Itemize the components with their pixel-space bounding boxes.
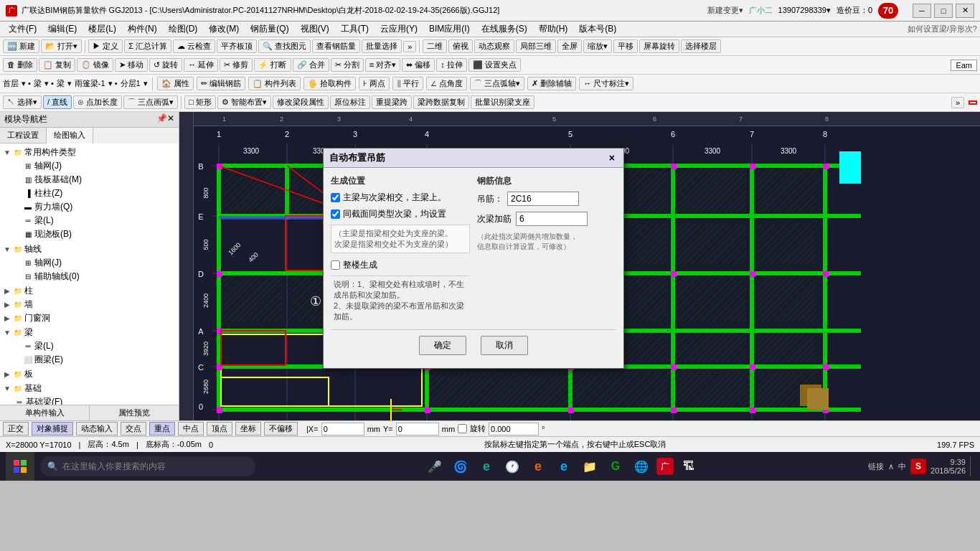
tree-row-axis[interactable]: ▼ 📁 轴线: [1, 242, 177, 256]
menu-bim[interactable]: BIM应用(I): [423, 22, 476, 37]
input-x[interactable]: [321, 423, 364, 435]
btn-dynamic-view[interactable]: 动态观察: [474, 39, 514, 53]
menu-edit[interactable]: 编辑(E): [42, 22, 83, 37]
taskbar-up-arrow[interactable]: ∧: [888, 462, 894, 471]
btn-merge[interactable]: 🔗 合并: [293, 58, 329, 72]
btn-select[interactable]: ↖ 选择▾: [3, 95, 42, 109]
btn-zoom[interactable]: 缩放▾: [583, 39, 612, 53]
btn-rotate-mod[interactable]: ↺ 旋转: [149, 58, 182, 72]
taskbar-green-g[interactable]: G: [605, 456, 626, 477]
btn-pick-comp[interactable]: 🖐 拾取构件: [303, 77, 356, 90]
btn-align[interactable]: ≡ 对齐▾: [365, 58, 400, 72]
btn-modify-seg[interactable]: 修改梁段属性: [273, 95, 329, 109]
menu-version[interactable]: 版本号(B): [573, 22, 622, 37]
minimize-button[interactable]: ─: [913, 4, 931, 18]
close-button[interactable]: ✕: [956, 4, 974, 18]
tree-row-slab-group[interactable]: ▶ 📁 板: [1, 367, 177, 381]
taskbar-mic[interactable]: 🎤: [424, 456, 446, 477]
menu-file[interactable]: 文件(F): [3, 22, 42, 37]
taskbar-browser3[interactable]: e: [553, 456, 575, 477]
tree-row-axis-j[interactable]: ⊞轴网(J): [11, 256, 177, 270]
btn-move[interactable]: ➤ 移动: [115, 58, 148, 72]
btn-edit-rebar[interactable]: ✏ 编辑钢筋: [197, 77, 245, 90]
tree-row-foundation[interactable]: ▼ 📁 基础: [1, 382, 177, 395]
menu-component[interactable]: 构件(N): [122, 22, 163, 37]
btn-local-3d[interactable]: 局部三维: [516, 39, 556, 53]
expand-column[interactable]: ▶: [3, 287, 11, 296]
btn-rotate[interactable]: 屏幕旋转: [639, 39, 679, 53]
dialog-auto-hanger[interactable]: 自动布置吊筋 × 生成位置 主梁与次梁相交，主梁上。 同截面同类型次梁，均设: [323, 148, 624, 369]
input-y[interactable]: [396, 423, 439, 435]
btn-extend[interactable]: ↔ 延伸: [184, 58, 218, 72]
tab-draw-input[interactable]: 绘图输入: [47, 128, 93, 143]
btn-pan[interactable]: 平移: [613, 39, 638, 53]
menu-view[interactable]: 视图(V): [295, 22, 335, 37]
taskbar-folder[interactable]: 📁: [579, 456, 600, 477]
btn-property[interactable]: 🏠 属性: [157, 77, 194, 90]
btn-trim[interactable]: ✂ 修剪: [220, 58, 253, 72]
tree-row-beam-l[interactable]: ═梁(L): [11, 339, 177, 353]
expand-slab[interactable]: ▶: [3, 370, 11, 379]
btn-align-slab[interactable]: 平齐板顶: [217, 39, 257, 53]
tree-row-shearwall[interactable]: ▬剪力墙(Q): [11, 200, 177, 214]
btn-comp-list[interactable]: 📋 构件列表: [248, 77, 301, 90]
snap-dynamic[interactable]: 动态输入: [76, 422, 118, 435]
btn-mirror[interactable]: 🪞 镜像: [77, 58, 113, 72]
btn-delete[interactable]: 🗑 删除: [3, 58, 37, 72]
snap-center[interactable]: 中点: [178, 422, 204, 435]
btn-break[interactable]: ⚡ 打断: [254, 58, 291, 72]
input-hanger-rebar[interactable]: [507, 192, 579, 206]
panel-pin[interactable]: 📌✕: [156, 113, 174, 126]
btn-angle[interactable]: ∠ 点角度: [426, 77, 467, 90]
btn-parallel[interactable]: ∥ 平行: [392, 77, 423, 90]
btn-batch-identify[interactable]: 批量识别梁支座: [471, 95, 534, 109]
btn-cloud-check[interactable]: ☁ 云检查: [173, 39, 215, 53]
btn-define[interactable]: ▶ 定义: [88, 39, 123, 53]
btn-split[interactable]: ✂ 分割: [331, 58, 364, 72]
menu-draw[interactable]: 绘图(D): [163, 22, 204, 37]
tree-row-beam-group[interactable]: ▼ 📁 梁: [1, 326, 177, 339]
tree-row-raftfound[interactable]: ▥筏板基础(M): [11, 173, 177, 187]
dialog-close-button[interactable]: ×: [606, 152, 618, 164]
btn-single-comp[interactable]: 单构件输入: [0, 405, 90, 420]
btn-three-arc[interactable]: ⌒ 三点弧轴▾: [470, 77, 524, 90]
taskbar-app2[interactable]: 🏗: [678, 456, 699, 477]
btn-copy[interactable]: 📋 复制: [39, 58, 75, 72]
tree-row-common[interactable]: ▼ 📁 常用构件类型: [1, 146, 177, 159]
btn-open[interactable]: 📂 打开▾: [41, 39, 82, 53]
btn-reget-span[interactable]: 重提梁跨: [372, 95, 412, 109]
btn-fullscreen[interactable]: 全屏: [557, 39, 582, 53]
taskbar-app1[interactable]: 广: [656, 458, 674, 475]
menu-rebar[interactable]: 钢筋量(Q): [245, 22, 294, 37]
maximize-button[interactable]: □: [934, 4, 953, 18]
expand-axis[interactable]: ▼: [3, 245, 11, 254]
btn-arc[interactable]: ⌒ 三点画弧▾: [123, 95, 178, 109]
btn-new[interactable]: 🆕 新建: [3, 39, 39, 53]
btn-offset[interactable]: ⬌ 偏移: [402, 58, 435, 72]
tree-area[interactable]: ▼ 📁 常用构件类型 ⊞轴网(J) ▥筏板基础(M) ▐柱柱(Z) ▬剪力墙(Q…: [0, 143, 179, 405]
taskbar-browser2[interactable]: e: [527, 456, 549, 477]
new-change-btn[interactable]: 新建变更▾: [707, 5, 743, 16]
taskbar-clock[interactable]: 🕐: [501, 456, 523, 477]
menu-cloud[interactable]: 云应用(Y): [374, 22, 423, 37]
btn-top-view[interactable]: 俯视: [448, 39, 473, 53]
tree-row-door-win[interactable]: ▶ 📁 门窗洞: [1, 311, 177, 325]
taskbar-desktop[interactable]: [970, 456, 974, 476]
snap-orthogonal[interactable]: 正交: [3, 422, 29, 435]
btn-line[interactable]: / 直线: [43, 95, 72, 109]
checkbox-same-section[interactable]: [331, 209, 340, 219]
btn-origin-mark[interactable]: 原位标注: [330, 95, 370, 109]
tab-project-settings[interactable]: 工程设置: [0, 128, 47, 143]
tree-row-aux-axis[interactable]: ⊟辅助轴线(0): [11, 270, 177, 283]
taskbar-globe[interactable]: 🌐: [631, 456, 652, 477]
btn-dim[interactable]: ↔ 尺寸标注▾: [579, 77, 633, 90]
btn-confirm[interactable]: 确定: [419, 336, 466, 355]
snap-vertex[interactable]: 顶点: [207, 422, 232, 435]
tree-row-slab[interactable]: ▦现浇板(B): [11, 227, 177, 241]
snap-coord[interactable]: 坐标: [235, 422, 261, 435]
taskbar-search-bar[interactable]: 🔍 在这里输入你要搜索的内容: [40, 456, 255, 476]
menu-modify[interactable]: 修改(M): [203, 22, 245, 37]
checkbox-whole-floor[interactable]: [331, 260, 340, 270]
input-secondary-rebar[interactable]: [516, 212, 588, 226]
tree-row-ring-beam[interactable]: ⬜圈梁(E): [11, 353, 177, 367]
